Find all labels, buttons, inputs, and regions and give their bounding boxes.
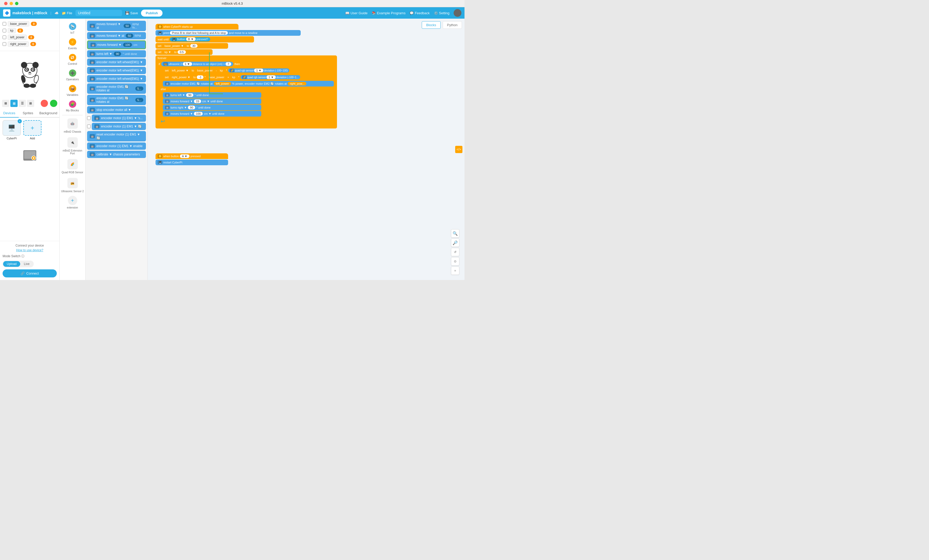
block-else-turns-right[interactable]: 🤖 turns right ▼ 90 ° until done: [163, 105, 261, 110]
block-encoder-enable[interactable]: 🤖 encoder motor (1) EM1 ▼ enable: [87, 142, 146, 150]
project-name-input[interactable]: [75, 10, 122, 16]
add-device-btn[interactable]: +: [23, 120, 41, 136]
block-stop-encoder[interactable]: 🤖 stop encoder motor all ▼: [87, 106, 146, 113]
feedback-btn[interactable]: 💬 Feedback: [409, 11, 429, 15]
upload-tab[interactable]: Upload: [3, 261, 20, 267]
cyberpi-device-img[interactable]: 🖥️ ×: [3, 120, 21, 136]
setting-btn[interactable]: ⚙️ Setting: [434, 11, 449, 15]
red-action-btn[interactable]: [41, 100, 48, 107]
mbot2-ext-port[interactable]: 🔌 mBot2 Extension Port: [60, 135, 85, 157]
robot-icon-4: 🤖: [90, 52, 95, 56]
category-myblocks[interactable]: 🧩 My Blocks: [60, 98, 85, 114]
large-grid-btn[interactable]: ⊞: [27, 100, 34, 107]
zoom-out-btn[interactable]: 🔎: [451, 239, 459, 247]
block-wait-until[interactable]: wait until 🖥️ button B ▼ pressed?: [155, 36, 254, 43]
block-encoder-1em1-2[interactable]: 🤖 encoder motor (1) EM1 ▼ 🔄: [92, 123, 146, 130]
devices-list: 🖥️ × CyberPi + Add: [0, 118, 59, 142]
tab-devices[interactable]: Devices: [0, 109, 19, 118]
block-else-turns-left[interactable]: 🤖 turns left ▼ 90 ° until done: [163, 92, 261, 98]
trigger-cyberpi-starts[interactable]: 🟡 when CyberPi starts up: [155, 24, 238, 29]
canvas-tab-blocks[interactable]: Blocks: [422, 21, 440, 29]
live-tab[interactable]: Live: [20, 261, 33, 267]
var-checkbox-base-power[interactable]: [3, 22, 6, 26]
ds-tabs: Devices Sprites Background: [0, 109, 59, 118]
add-extension-btn[interactable]: +: [68, 196, 77, 205]
how-to-link[interactable]: How to use device?: [3, 248, 57, 252]
control-dot: 🔁: [69, 54, 76, 61]
category-control[interactable]: 🔁 Control: [60, 52, 85, 67]
connect-btn[interactable]: 🔗 Connect: [3, 269, 57, 277]
robot-else-1: 🤖: [165, 93, 170, 97]
block-encoder-em1-2[interactable]: 🤖 encoder motor EM1 🔄 rotates at 5...: [87, 95, 146, 105]
block-restart-cyberpi[interactable]: 🖥️ restart CyberPi: [155, 159, 228, 165]
quad-rgb-sensor[interactable]: 🌈 Quad RGB Sensor: [60, 157, 85, 176]
left-power-var: left_power ▼: [170, 69, 191, 72]
block-encoder-left-1[interactable]: 🤖 encoder motor left wheel(EM1) ▼: [87, 58, 146, 66]
fullscreen-btn[interactable]: =: [451, 266, 459, 275]
cyberpi-device-close[interactable]: ×: [18, 119, 22, 123]
trigger-button-a[interactable]: 🟡 when button A ▼ pressed: [155, 153, 228, 159]
tab-sprites[interactable]: Sprites: [19, 109, 37, 117]
block-encoder-1em1-1[interactable]: 🤖 encoder motor (1) EM1 ▼ 's...: [92, 115, 146, 122]
fit-view-btn[interactable]: ⊙: [451, 257, 459, 266]
category-iot[interactable]: 📡 IoT: [60, 21, 85, 36]
block-checkbox-12[interactable]: [87, 125, 91, 128]
svg-point-10: [27, 69, 28, 70]
close-button[interactable]: [4, 2, 8, 5]
zoom-in-btn[interactable]: 🔍: [451, 229, 459, 237]
publish-button[interactable]: Publish: [141, 9, 162, 17]
minimize-button[interactable]: [9, 2, 13, 5]
ultrasonic-sensor[interactable]: 📻 Ultrasonic Sensor 2: [60, 176, 85, 195]
var-checkbox-right-power[interactable]: [3, 42, 6, 46]
grid-view-btn[interactable]: ▦: [11, 100, 18, 107]
block-encoder-run[interactable]: 🤖 encoder motor EM1 🔄 rotates at left_po…: [163, 81, 334, 87]
block-set-kp[interactable]: set kp ▼ to 0.5: [155, 49, 213, 55]
block-moves-forward-rpm-1[interactable]: 🤖 moves forward ▼ at 50 RPM fo...: [87, 21, 146, 31]
var-checkbox-kp[interactable]: [3, 29, 6, 32]
block-row-12: 🤖 encoder motor (1) EM1 ▼ 🔄: [87, 123, 146, 130]
block-encoder-left-2[interactable]: 🤖 encoder motor left wheel(EM1) ▼: [87, 67, 146, 74]
expand-view-btn[interactable]: ⊞: [2, 100, 9, 107]
block-else-moves-100[interactable]: 🤖 moves forward ▼ 100 cm ▼ until done: [163, 111, 261, 116]
menu-right: 📖 User Guide 📚 Example Programs 💬 Feedba…: [345, 9, 461, 17]
cloud-icon-btn[interactable]: ☁️: [54, 11, 58, 15]
avatar[interactable]: [454, 9, 461, 17]
block-else-moves-15[interactable]: 🤖 moves forward ▼ 15 cm ▼ until done: [163, 98, 261, 104]
tab-background[interactable]: Background: [37, 109, 59, 117]
block-reset-encoder[interactable]: 🤖 reset encoder motor (1) EM1 ▼ 🔄: [87, 131, 146, 141]
mbot2-chassis-ext[interactable]: 🤖 mBot2 Chassis: [60, 116, 85, 135]
main-code-stack: 🟡 when CyberPi starts up 🖥️ print Press …: [155, 24, 337, 129]
maximize-button[interactable]: [15, 2, 18, 5]
block-encoder-em1-1[interactable]: 🤖 encoder motor EM1 🔄 rotates at 5...: [87, 83, 146, 94]
block-encoder-left-3[interactable]: 🤖 encoder motor left wheel(EM1) ▼: [87, 75, 146, 83]
green-action-btn[interactable]: [50, 100, 57, 107]
category-events[interactable]: ⚡ Events: [60, 36, 85, 52]
if-condition[interactable]: 📻 ultrasonic 2 1 ▼ distance to an object…: [161, 62, 233, 66]
reset-view-btn[interactable]: ↺: [451, 248, 459, 256]
block-turns-left-90[interactable]: 🤖 turns left ▼ 90 ° until done: [87, 50, 146, 58]
block-set-base-power[interactable]: set base_power ▼ to 30: [155, 43, 228, 49]
var-item-left-power: left_power 0: [3, 35, 57, 40]
block-set-right-power[interactable]: set right_power ▼ to -1 * base_power + k…: [163, 74, 334, 80]
mode-switch-label: Mode Switch ⓘ: [3, 254, 25, 259]
block-set-left-power[interactable]: set left_power ▼ to base_power - kp * 🌈 …: [163, 67, 329, 73]
category-variables[interactable]: 📦 Variables: [60, 83, 85, 98]
canvas-tab-python[interactable]: Python: [443, 21, 462, 29]
traffic-lights: [4, 2, 18, 5]
block-moves-forward-100cm[interactable]: 🤖 moves forward ▼ 100 cm: [87, 40, 146, 49]
block-calibrate[interactable]: 🤖 calibrate ▼ chassis parameters: [87, 151, 146, 158]
category-operators[interactable]: ➕ Operators: [60, 67, 85, 83]
list-view-btn[interactable]: ☰: [19, 100, 26, 107]
var-checkbox-left-power[interactable]: [3, 35, 6, 39]
file-menu[interactable]: 📁 File: [62, 11, 72, 15]
block-checkbox-11[interactable]: [87, 116, 91, 120]
user-guide-btn[interactable]: 📖 User Guide: [345, 11, 368, 15]
example-programs-btn[interactable]: 📚 Example Programs: [372, 11, 406, 15]
block-moves-forward-rpm-2[interactable]: 🤖 moves forward ▼ at 50 RPM: [87, 32, 146, 39]
save-button[interactable]: 💾 Save: [125, 11, 138, 15]
turns-left-val: 90: [186, 93, 193, 97]
else-label: else: [159, 87, 334, 91]
block-row-11: 🤖 encoder motor (1) EM1 ▼ 's...: [87, 115, 146, 122]
block-print[interactable]: 🖥️ print Press B to start line following…: [155, 30, 301, 36]
code-editor-toggle[interactable]: </>: [455, 146, 462, 153]
